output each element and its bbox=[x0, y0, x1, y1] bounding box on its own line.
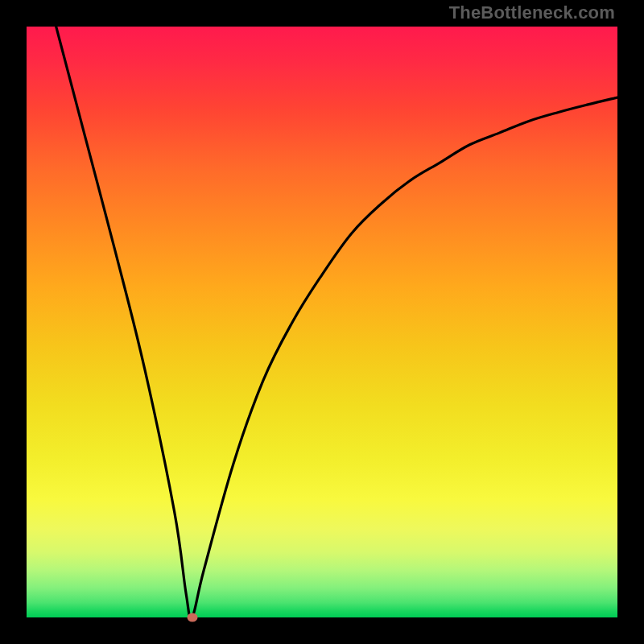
chart-frame: TheBottleneck.com bbox=[0, 0, 644, 644]
bottleneck-curve bbox=[27, 27, 617, 617]
plot-area bbox=[27, 27, 617, 617]
watermark-text: TheBottleneck.com bbox=[449, 2, 615, 23]
minimum-marker bbox=[187, 613, 197, 622]
